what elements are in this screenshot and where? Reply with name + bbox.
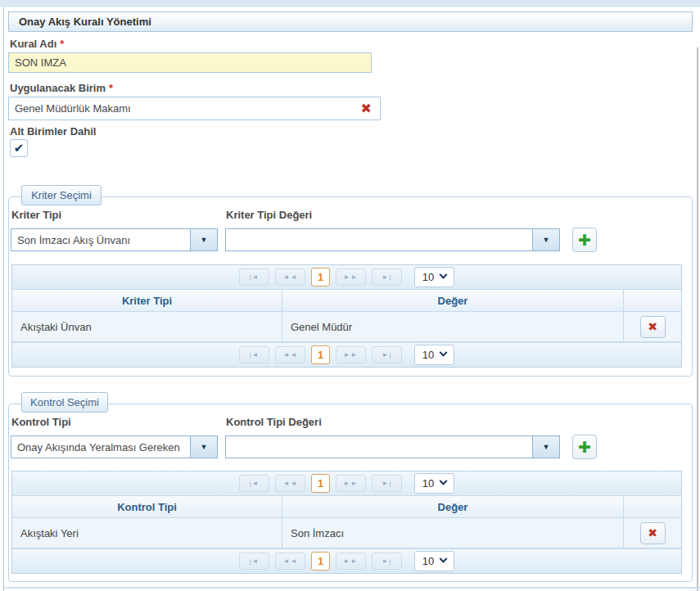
next-page-button[interactable]: ►► bbox=[336, 553, 366, 570]
column-header-actions bbox=[624, 290, 681, 311]
last-page-button[interactable]: ►| bbox=[372, 475, 402, 492]
column-header-value: Değer bbox=[282, 496, 624, 517]
control-table-header: Kontrol Tipi Değer bbox=[12, 495, 681, 518]
prev-page-button[interactable]: ◄◄ bbox=[275, 475, 305, 492]
rows-per-page-select[interactable]: 10 bbox=[414, 345, 454, 365]
next-page-button[interactable]: ►► bbox=[336, 346, 366, 363]
column-header-type: Kriter Tipi bbox=[12, 290, 282, 311]
control-type-value: Onay Akışında Yeralması Gereken bbox=[11, 436, 190, 458]
criteria-value-value bbox=[226, 229, 532, 250]
next-page-icon: ►► bbox=[344, 273, 359, 281]
include-subunits-label: Alt Birimler Dahil bbox=[10, 125, 96, 138]
criteria-type-value: Son İmzacı Akış Ünvanı bbox=[11, 229, 190, 250]
last-page-button[interactable]: ►| bbox=[372, 268, 402, 286]
control-value-dropdown[interactable]: ▼ bbox=[225, 435, 560, 458]
prev-page-icon: ◄◄ bbox=[283, 351, 298, 359]
chevron-down-icon[interactable]: ▼ bbox=[532, 436, 559, 458]
left-border-line bbox=[3, 7, 4, 591]
delete-row-button[interactable]: ✖ bbox=[640, 316, 666, 338]
criteria-value-label: Kriter Tipi Değeri bbox=[226, 209, 312, 221]
row-value-cell: Son İmzacı bbox=[282, 518, 624, 548]
control-value-label: Kontrol Tipi Değeri bbox=[226, 416, 322, 428]
include-subunits-checkbox[interactable]: ✔ bbox=[10, 139, 28, 157]
current-page-button[interactable]: 1 bbox=[311, 474, 330, 493]
criteria-paginator-top: |◄ ◄◄ 1 ►► ►| 10 bbox=[12, 265, 681, 289]
last-page-button[interactable]: ►| bbox=[372, 346, 402, 363]
plus-icon: ✚ bbox=[578, 231, 591, 250]
delete-icon: ✖ bbox=[648, 320, 657, 333]
control-type-label: Kontrol Tipi bbox=[11, 416, 71, 428]
next-page-icon: ►► bbox=[344, 480, 359, 487]
prev-page-icon: ◄◄ bbox=[283, 557, 298, 565]
criteria-type-dropdown[interactable]: Son İmzacı Akış Ünvanı ▼ bbox=[11, 228, 218, 251]
prev-page-button[interactable]: ◄◄ bbox=[275, 553, 305, 570]
rows-per-page-select[interactable]: 10 bbox=[414, 267, 454, 287]
current-page-button[interactable]: 1 bbox=[311, 552, 330, 571]
dropdown-chevron-icon bbox=[440, 555, 448, 563]
criteria-paginator-bottom: |◄ ◄◄ 1 ►► ►| 10 bbox=[12, 342, 681, 367]
first-page-icon: |◄ bbox=[250, 480, 260, 487]
rule-name-label: Kural Adı* bbox=[10, 38, 64, 50]
dropdown-chevron-icon bbox=[440, 349, 448, 357]
rule-name-input[interactable] bbox=[8, 52, 372, 73]
vertical-scrollbar[interactable] bbox=[697, 47, 698, 591]
delete-row-button[interactable]: ✖ bbox=[640, 522, 666, 544]
table-row: Akıştaki Ünvan Genel Müdür ✖ bbox=[12, 312, 681, 342]
last-page-button[interactable]: ►| bbox=[372, 553, 402, 570]
add-control-button[interactable]: ✚ bbox=[572, 435, 597, 459]
required-asterisk: * bbox=[60, 38, 64, 50]
next-page-button[interactable]: ►► bbox=[336, 268, 366, 286]
criteria-table-header: Kriter Tipi Değer bbox=[12, 289, 681, 312]
page-title-text: Onay Akış Kuralı Yönetimi bbox=[19, 16, 151, 28]
row-type-cell: Akıştaki Ünvan bbox=[12, 312, 282, 341]
page-title: Onay Akış Kuralı Yönetimi bbox=[8, 11, 693, 32]
criteria-table: |◄ ◄◄ 1 ►► ►| 10 Kriter Tipi Değer Akışt… bbox=[11, 264, 682, 368]
rows-per-page-select[interactable]: 10 bbox=[414, 551, 454, 571]
chevron-down-icon[interactable]: ▼ bbox=[190, 229, 217, 250]
chevron-down-icon[interactable]: ▼ bbox=[190, 436, 217, 458]
first-page-button[interactable]: |◄ bbox=[239, 475, 269, 492]
first-page-icon: |◄ bbox=[250, 557, 260, 565]
prev-page-button[interactable]: ◄◄ bbox=[275, 346, 305, 363]
criteria-legend: Kriter Seçimi bbox=[21, 185, 102, 205]
plus-icon: ✚ bbox=[578, 438, 591, 457]
last-page-icon: ►| bbox=[382, 351, 392, 359]
prev-page-icon: ◄◄ bbox=[283, 273, 298, 281]
prev-page-icon: ◄◄ bbox=[283, 480, 298, 487]
required-asterisk: * bbox=[109, 82, 113, 94]
last-page-icon: ►| bbox=[382, 273, 392, 281]
rows-per-page-select[interactable]: 10 bbox=[414, 473, 454, 494]
chevron-down-icon[interactable]: ▼ bbox=[532, 229, 559, 250]
criteria-value-dropdown[interactable]: ▼ bbox=[225, 228, 560, 251]
add-criteria-button[interactable]: ✚ bbox=[572, 228, 597, 252]
clear-unit-icon[interactable]: ✖ bbox=[353, 102, 380, 115]
bottom-border-line bbox=[4, 587, 700, 589]
row-value-cell: Genel Müdür bbox=[282, 312, 624, 341]
dropdown-chevron-icon bbox=[440, 271, 448, 279]
dropdown-chevron-icon bbox=[440, 477, 448, 485]
applied-unit-input[interactable] bbox=[9, 97, 353, 120]
next-page-button[interactable]: ►► bbox=[336, 475, 366, 492]
control-type-dropdown[interactable]: Onay Akışında Yeralması Gereken ▼ bbox=[11, 435, 218, 458]
control-table: |◄ ◄◄ 1 ►► ►| 10 Kontrol Tipi Değer Akış… bbox=[11, 471, 682, 574]
current-page-button[interactable]: 1 bbox=[311, 268, 330, 286]
control-value-value bbox=[226, 436, 532, 458]
criteria-type-label: Kriter Tipi bbox=[11, 209, 61, 221]
last-page-icon: ►| bbox=[382, 557, 392, 565]
first-page-button[interactable]: |◄ bbox=[239, 553, 269, 570]
current-page-button[interactable]: 1 bbox=[311, 345, 330, 364]
delete-icon: ✖ bbox=[648, 526, 657, 539]
first-page-button[interactable]: |◄ bbox=[239, 346, 269, 363]
next-page-icon: ►► bbox=[344, 351, 359, 359]
approval-rule-management-screen: Onay Akış Kuralı Yönetimi Kural Adı* Uyg… bbox=[0, 0, 700, 591]
first-page-button[interactable]: |◄ bbox=[239, 268, 269, 286]
check-icon: ✔ bbox=[14, 141, 25, 156]
table-row: Akıştaki Yeri Son İmzacı ✖ bbox=[12, 518, 681, 548]
last-page-icon: ►| bbox=[382, 480, 392, 487]
control-paginator-top: |◄ ◄◄ 1 ►► ►| 10 bbox=[12, 471, 681, 495]
prev-page-button[interactable]: ◄◄ bbox=[275, 268, 305, 286]
first-page-icon: |◄ bbox=[250, 273, 260, 281]
column-header-actions bbox=[624, 496, 681, 517]
applied-unit-label: Uygulanacak Birim* bbox=[10, 82, 113, 94]
column-header-value: Değer bbox=[282, 290, 624, 311]
